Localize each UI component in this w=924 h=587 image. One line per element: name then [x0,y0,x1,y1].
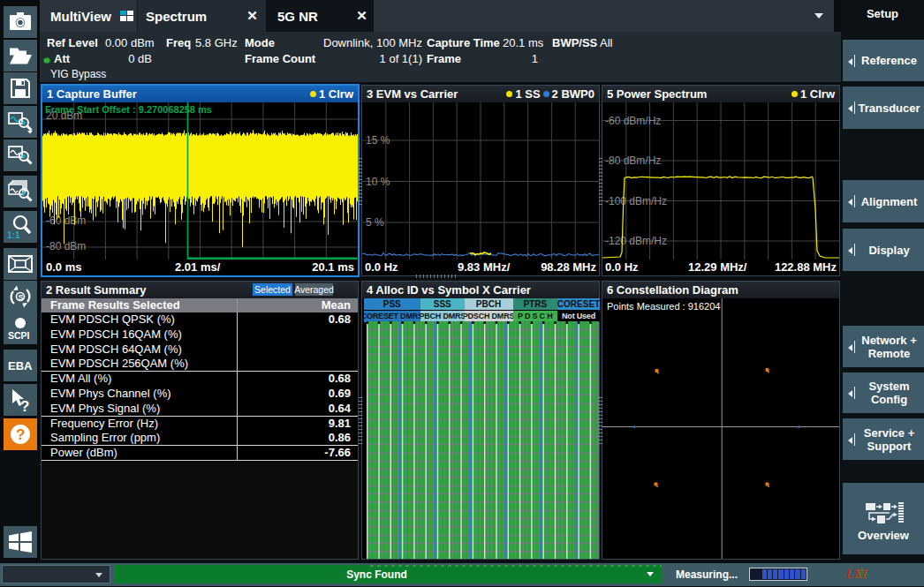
toolbar-sequence-icon[interactable]: S [4,281,37,312]
progress-segment [768,569,772,579]
capture-time-value: 20.1 ms [503,36,540,49]
softkey-display[interactable]: Display [843,229,924,271]
softkey-reference[interactable]: Reference [843,40,924,81]
toolbar-help-icon[interactable]: ? [4,418,37,450]
window-power-spectrum-titlebar[interactable]: 5 Power Spectrum 1 Clrw [602,86,839,102]
toolbar-zoom-1to1-icon[interactable]: 1:1 [4,211,37,243]
alloc-legend-pss: PSS [364,298,421,310]
measuring-label: Measuring... [676,563,738,586]
window-result-summary-titlebar[interactable]: 2 Result Summary Selected Averaged [42,282,358,298]
splitter-handle[interactable] [416,275,457,278]
trace-dot-icon [506,91,512,97]
softkey-label: Alignment [861,195,918,208]
progress-segment [756,569,761,579]
softkey-alignment[interactable]: Alignment [843,180,924,222]
tab-multiview[interactable]: MultiView [40,0,137,32]
softkey-service-support[interactable]: Service +Support [843,418,924,460]
window-title: 1 Capture Buffer [47,87,137,101]
toolbar-zoom-multiwindow-icon[interactable] [4,176,37,207]
toolbar-zoom-signal-icon[interactable] [4,106,37,138]
tab-multiview-label: MultiView [50,9,111,24]
softkey-label: Reference [861,54,917,67]
toolbar-display-frame-icon[interactable] [4,248,37,280]
mode-label: Mode [245,36,275,49]
frame-value: 1 [499,52,538,65]
window-evm-vs-carrier[interactable]: 3 EVM vs Carrier 1 SS 2 BWP0 15 % 10 % 5… [361,85,600,276]
toolbar-camera-icon[interactable] [4,6,37,38]
alloc-legend-coreset-dmrs: CORESET DMRS [364,311,421,322]
softkey-network-remote[interactable]: Network +Remote [843,326,924,367]
window-evm-titlebar[interactable]: 3 EVM vs Carrier 1 SS 2 BWP0 [362,86,599,102]
att-status-led [43,57,50,64]
tab-5gnr[interactable]: 5G NR ✕ [266,0,374,32]
window-alloc-id[interactable]: 4 Alloc ID vs Symbol X Carrier PSSSSSPBC… [361,281,600,560]
overview-button[interactable]: Overview [843,483,924,554]
tab-spectrum[interactable]: Spectrum ✕ [137,0,266,32]
result-row-value: 9.81 [329,417,351,430]
toolbar-eba-icon[interactable]: EBA [4,350,37,381]
softkey-transducer[interactable]: Transducer [843,87,924,129]
softkey-system-config[interactable]: SystemConfig [843,373,924,413]
toolbar-zoom-box-icon[interactable] [4,139,37,171]
window-alloc-titlebar[interactable]: 4 Alloc ID vs Symbol X Carrier [362,282,599,298]
selected-tab[interactable]: Selected [253,283,292,296]
frame-count-value: 1 of 1(1) [367,52,422,65]
toolbar-windows-icon[interactable] [4,526,37,558]
left-toolbar: 1:1SSCPIEBA?? [0,0,40,587]
window-constellation[interactable]: 6 Constellation Diagram Points Measured … [602,281,840,560]
result-row: EVM Phys Channel (%)0.69 [42,387,358,402]
window-result-summary[interactable]: 2 Result Summary Selected Averaged Frame… [41,281,359,560]
close-icon[interactable]: ✕ [353,8,370,24]
toolbar-open-folder-icon[interactable] [4,40,37,71]
alloc-resource-grid [367,321,599,559]
toolbar-save-icon[interactable] [4,72,37,104]
trace-legend: 1 Clrw [310,86,353,102]
result-row-label: Sampling Error (ppm) [50,431,160,444]
close-icon[interactable]: ✕ [244,8,261,24]
toolbar-context-help-icon[interactable]: ? [4,384,37,416]
submenu-arrow-icon [848,244,857,256]
chevron-down-icon[interactable] [814,13,823,19]
window-capture-buffer-titlebar[interactable]: 1 Capture Buffer 1 Clrw [42,86,358,102]
alloc-legend-coreset: CORESET [557,298,600,310]
svg-text:S: S [19,293,24,302]
status-dropdown[interactable] [2,565,110,583]
window-constellation-titlebar[interactable]: 6 Constellation Diagram [602,282,839,298]
result-row-value: 0.64 [329,402,351,415]
alloc-legend-p-d-s-c-h: P D S C H [513,311,558,322]
svg-text:1:1: 1:1 [7,230,20,240]
result-row: EVM PDSCH QPSK (%)0.68 [42,312,358,327]
window-capture-buffer[interactable]: 1 Capture Buffer 1 Clrw Frame Start Offs… [41,84,360,277]
result-table-empty-area [42,462,358,559]
sync-status-button[interactable]: Sync Found [114,565,663,583]
trace-dot-icon [543,91,549,97]
result-row-value: 0.68 [329,372,351,385]
alloc-legend-sss: SSS [420,298,465,310]
tab-spectrum-label: Spectrum [146,9,207,24]
averaged-tab[interactable]: Averaged [295,283,333,296]
submenu-arrow-icon [848,341,857,353]
result-row-value: 0.69 [329,387,351,400]
softkey-panel: Setup ReferenceTransducerAlignmentDispla… [841,0,924,587]
window-title: 5 Power Spectrum [607,87,707,101]
result-header-value: Mean [322,298,351,312]
window-power-spectrum[interactable]: 5 Power Spectrum 1 Clrw -60 dBm/Hz -80 d… [602,85,840,276]
freq-value: 5.8 GHz [195,36,238,49]
svg-text:SCPI: SCPI [8,330,30,341]
submenu-arrow-icon [848,387,857,399]
trace-label: 1 Clrw [800,87,835,101]
toolbar-scpi-icon[interactable]: SCPI [4,312,37,344]
submenu-arrow-icon [848,102,857,114]
overview-icon [863,500,904,527]
result-row-label: EVM PDSCH 16QAM (%) [50,327,182,341]
x-axis-labels: 0.0 Hz 12.29 MHz/ 122.88 MHz [602,260,839,275]
result-row: EVM PDSCH 64QAM (%) [42,342,358,357]
svg-text:?: ? [20,398,29,412]
ref-level-label: Ref Level [47,36,98,49]
result-header-divider [237,298,238,312]
trace-label: 1 SS [515,87,540,101]
splitter-handle[interactable] [359,395,362,444]
x-tick-center: 2.01 ms/ [175,260,220,274]
yig-bypass-label: YIG Bypass [50,68,106,80]
evm-plot [362,102,599,260]
